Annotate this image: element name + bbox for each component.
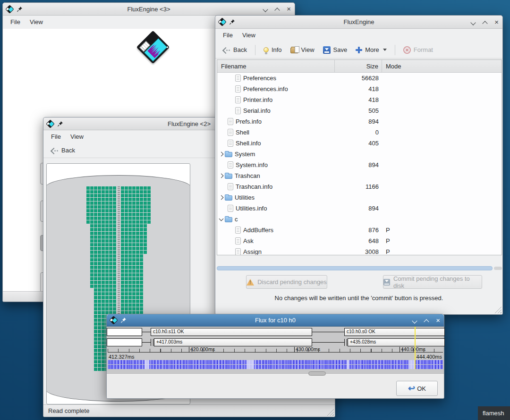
- maximize-button[interactable]: [424, 318, 429, 323]
- file-icon: [228, 183, 233, 190]
- timing-box[interactable]: [107, 338, 142, 346]
- table-row[interactable]: Utilities: [217, 192, 502, 203]
- col-size[interactable]: Size: [335, 60, 382, 72]
- commit-button[interactable]: Commit pending changes to disk: [383, 275, 482, 289]
- sector-cells-row: [90, 251, 116, 254]
- flux-view[interactable]: c10.h0.s11 OK c10.h0.s0 OK +417.003ms +4…: [107, 327, 444, 373]
- table-row[interactable]: Serial.info505: [217, 105, 502, 116]
- file-mode: P: [382, 248, 502, 255]
- close-button[interactable]: ×: [436, 318, 440, 323]
- discard-label: Discard pending changes: [257, 278, 327, 286]
- back-button[interactable]: Back: [219, 44, 250, 55]
- sector-cells-row: [90, 243, 116, 246]
- table-row[interactable]: Preferences56628: [217, 73, 502, 84]
- tree-chevron-right[interactable]: [219, 195, 224, 200]
- table-row[interactable]: Shell0: [217, 127, 502, 138]
- table-row[interactable]: Trashcan.info1166: [217, 181, 502, 192]
- pin-icon[interactable]: [120, 317, 127, 323]
- timing-box[interactable]: +417.003ms: [154, 338, 312, 346]
- timing-box[interactable]: +435.028ms: [348, 338, 445, 346]
- chevron-down-icon[interactable]: [383, 49, 387, 51]
- table-row[interactable]: Printer.info418: [217, 94, 502, 105]
- sector-cells-row: [86, 209, 116, 212]
- view-button[interactable]: View: [287, 44, 318, 55]
- titlebar[interactable]: FluxEngine ×: [215, 16, 502, 29]
- table-row[interactable]: Trashcan: [217, 170, 502, 181]
- format-button[interactable]: Format: [400, 44, 436, 56]
- close-button[interactable]: ×: [494, 20, 499, 25]
- tree-chevron-right[interactable]: [219, 174, 224, 178]
- sector-box[interactable]: c10.h0.s11 OK: [151, 328, 312, 336]
- sector-cells-row: [121, 228, 147, 231]
- discard-button[interactable]: Discard pending changes: [246, 275, 327, 289]
- close-button[interactable]: ×: [287, 7, 291, 11]
- save-button[interactable]: Save: [320, 44, 351, 56]
- table-row[interactable]: AddBuffers876P: [217, 225, 502, 235]
- scrollbar-thumb[interactable]: [217, 266, 493, 270]
- table-row[interactable]: Utilities.info894: [217, 203, 502, 214]
- menu-view[interactable]: View: [238, 31, 260, 40]
- file-size: 894: [335, 118, 382, 125]
- titlebar[interactable]: FluxEngine <3> ×: [3, 3, 295, 16]
- sector-cells-row: [121, 269, 143, 273]
- pin-icon[interactable]: [57, 121, 63, 127]
- sector-box[interactable]: c10.h0.s0 OK: [344, 328, 445, 336]
- menu-view[interactable]: View: [25, 17, 48, 26]
- more-button[interactable]: More: [352, 44, 390, 55]
- minimize-button[interactable]: [263, 7, 268, 11]
- folder-icon: [225, 217, 232, 222]
- file-size: 56628: [335, 75, 382, 82]
- menu-file[interactable]: File: [6, 17, 25, 26]
- minimize-button[interactable]: [412, 318, 417, 323]
- table-header: Filename Size Mode: [217, 60, 502, 73]
- menu-file[interactable]: File: [218, 31, 238, 40]
- maximize-button[interactable]: [483, 20, 487, 25]
- file-icon: [235, 237, 241, 244]
- scrollbar-track[interactable]: [494, 267, 502, 270]
- major-tick: [294, 347, 295, 352]
- sector-cells-row: [94, 300, 116, 303]
- pin-icon[interactable]: [17, 6, 23, 12]
- pin-icon[interactable]: [229, 19, 235, 25]
- connector-line: [142, 342, 151, 343]
- col-mode[interactable]: Mode: [382, 60, 502, 72]
- resize-grip[interactable]: [494, 306, 502, 313]
- cursor-line[interactable]: [415, 327, 416, 369]
- col-filename[interactable]: Filename: [217, 60, 335, 72]
- sector-cells-row: [90, 281, 116, 284]
- back-button[interactable]: Back: [47, 145, 78, 156]
- menu-file[interactable]: File: [46, 132, 66, 141]
- scroll-handle[interactable]: [308, 371, 326, 376]
- file-table[interactable]: Filename Size Mode Preferences56628Prefe…: [217, 59, 502, 255]
- sector-cells-row: [121, 217, 151, 220]
- table-row[interactable]: System.info894: [217, 160, 502, 170]
- ok-label: OK: [417, 385, 426, 392]
- table-row[interactable]: Assign3008P: [217, 246, 502, 255]
- table-row[interactable]: Prefs.info894: [217, 116, 502, 127]
- titlebar[interactable]: Flux for c10 h0 ×: [107, 314, 444, 327]
- floppy-window-icon: [46, 119, 54, 128]
- sector-cells-row: [86, 213, 116, 216]
- resize-grip[interactable]: [327, 409, 334, 416]
- ok-button[interactable]: ↩ OK: [396, 381, 438, 396]
- table-row[interactable]: Shell.info405: [217, 138, 502, 149]
- table-row[interactable]: Preferences.info418: [217, 84, 502, 94]
- menu-view[interactable]: View: [66, 132, 88, 141]
- tree-chevron-right[interactable]: [219, 152, 224, 157]
- table-row[interactable]: c: [217, 214, 502, 225]
- file-size: 3008: [335, 248, 382, 255]
- table-row[interactable]: Ask648P: [217, 235, 502, 246]
- minimize-button[interactable]: [471, 20, 476, 25]
- h-scrollbar[interactable]: [217, 266, 502, 270]
- sector-cells-row: [90, 285, 116, 288]
- status-text: Read complete: [48, 407, 89, 414]
- connector-line: [312, 332, 344, 332]
- format-forbidden-icon: [403, 46, 411, 54]
- sector-cells-row: [121, 220, 151, 224]
- maximize-button[interactable]: [275, 7, 280, 11]
- sector-box[interactable]: [107, 328, 142, 336]
- tree-chevron-down[interactable]: [219, 216, 224, 221]
- info-button[interactable]: Info: [260, 44, 285, 55]
- table-row[interactable]: System: [217, 149, 502, 160]
- flux-bottom-panel: ↩ OK: [107, 373, 444, 398]
